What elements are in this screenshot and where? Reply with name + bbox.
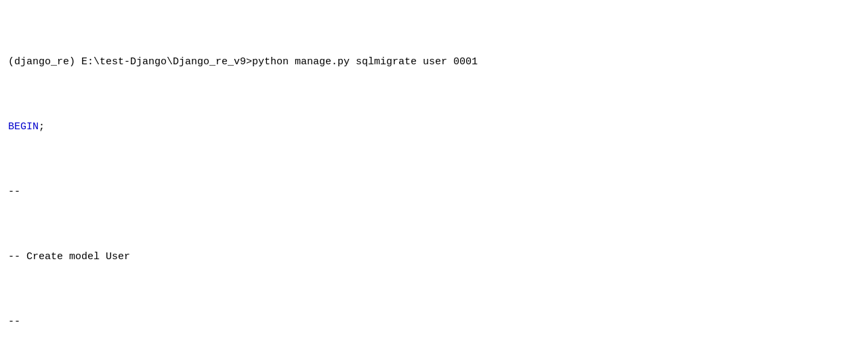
- sep-line-2: --: [8, 314, 860, 330]
- prompt-line: (django_re) E:\test-Django\Django_re_v9>…: [8, 54, 860, 70]
- sep-line-1: --: [8, 184, 860, 200]
- begin-keyword: BEGIN: [8, 121, 39, 133]
- comment-line-1: -- Create model User: [8, 249, 860, 265]
- terminal-output: (django_re) E:\test-Django\Django_re_v9>…: [8, 5, 860, 358]
- begin-line: BEGIN;: [8, 119, 860, 135]
